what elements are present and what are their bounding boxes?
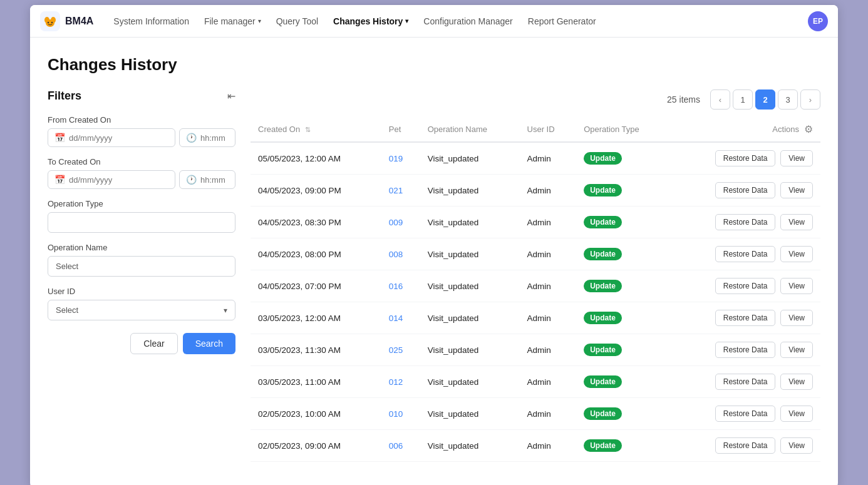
to-date-field[interactable] <box>69 175 168 185</box>
cell-operation-type-8: Update <box>576 398 670 430</box>
restore-button-7[interactable]: Restore Data <box>715 374 776 390</box>
nav-configuration-manager[interactable]: Configuration Manager <box>423 14 512 29</box>
collapse-filters-icon[interactable]: ⇤ <box>227 90 235 102</box>
restore-button-6[interactable]: Restore Data <box>715 342 776 358</box>
table-row: 05/05/2023, 12:00 AM 019 Visit_updated A… <box>251 142 820 175</box>
items-count: 25 items <box>667 94 700 105</box>
view-button-5[interactable]: View <box>780 310 813 326</box>
operation-type-input[interactable] <box>48 212 235 233</box>
pet-link-8[interactable]: 010 <box>389 409 403 419</box>
avatar[interactable]: EP <box>808 11 828 31</box>
to-date-input[interactable]: 📅 <box>48 170 175 189</box>
cell-operation-name-7: Visit_updated <box>420 366 520 398</box>
restore-button-1[interactable]: Restore Data <box>715 182 776 198</box>
from-time-input[interactable]: 🕐 <box>179 128 235 147</box>
cell-user-id-9: Admin <box>520 430 577 462</box>
prev-page-button[interactable]: ‹ <box>710 89 730 110</box>
cell-pet-6: 025 <box>381 334 420 366</box>
app-logo[interactable]: BM4A <box>40 11 93 31</box>
from-time-field[interactable] <box>200 133 229 143</box>
pet-link-4[interactable]: 016 <box>389 282 403 291</box>
clear-button[interactable]: Clear <box>130 333 177 354</box>
restore-button-9[interactable]: Restore Data <box>715 437 776 454</box>
to-time-input[interactable]: 🕐 <box>179 170 235 189</box>
restore-button-0[interactable]: Restore Data <box>715 150 776 166</box>
pet-link-3[interactable]: 008 <box>389 250 403 259</box>
view-button-4[interactable]: View <box>780 278 813 294</box>
table-row: 04/05/2023, 08:30 PM 009 Visit_updated A… <box>251 207 820 238</box>
filters-header: Filters ⇤ <box>48 89 235 103</box>
cell-user-id-0: Admin <box>520 142 577 175</box>
cell-operation-name-4: Visit_updated <box>420 270 520 302</box>
from-date-input[interactable]: 📅 <box>48 128 175 147</box>
cell-actions-9: Restore Data View <box>670 430 820 462</box>
nav-report-generator[interactable]: Report Generator <box>528 14 596 29</box>
next-page-button[interactable]: › <box>800 89 820 110</box>
pet-link-2[interactable]: 009 <box>389 218 403 227</box>
cell-user-id-1: Admin <box>520 175 577 207</box>
cell-operation-type-9: Update <box>576 430 670 462</box>
nav-changes-history[interactable]: Changes History ▾ <box>333 14 408 29</box>
cell-operation-name-2: Visit_updated <box>420 207 520 238</box>
operation-name-select[interactable]: Select <box>48 256 235 277</box>
table-row: 04/05/2023, 08:00 PM 008 Visit_updated A… <box>251 238 820 270</box>
cell-pet-1: 021 <box>381 175 420 207</box>
cell-actions-1: Restore Data View <box>670 175 820 207</box>
cell-pet-7: 012 <box>381 366 420 398</box>
badge-update-7: Update <box>584 375 622 388</box>
from-date-field[interactable] <box>69 133 168 143</box>
pet-link-1[interactable]: 021 <box>389 186 403 195</box>
user-id-chevron-icon: ▾ <box>224 306 227 315</box>
table-body: 05/05/2023, 12:00 AM 019 Visit_updated A… <box>251 142 820 462</box>
table-settings-icon[interactable]: ⚙ <box>804 123 813 135</box>
view-button-8[interactable]: View <box>780 406 813 422</box>
cell-operation-type-7: Update <box>576 366 670 398</box>
nav-system-information[interactable]: System Information <box>113 14 189 29</box>
to-created-on-group: To Created On 📅 🕐 <box>48 157 235 189</box>
cell-operation-type-5: Update <box>576 302 670 334</box>
filters-title: Filters <box>48 89 81 103</box>
cell-operation-type-4: Update <box>576 270 670 302</box>
cell-pet-3: 008 <box>381 238 420 270</box>
pagination: ‹ 1 2 3 › <box>710 89 820 110</box>
view-button-9[interactable]: View <box>780 437 813 454</box>
page-2-button[interactable]: 2 <box>755 89 775 110</box>
user-id-select[interactable]: Select ▾ <box>48 300 235 320</box>
view-button-0[interactable]: View <box>780 150 813 166</box>
page-1-button[interactable]: 1 <box>733 89 753 110</box>
restore-button-2[interactable]: Restore Data <box>715 214 776 230</box>
cell-operation-type-1: Update <box>576 175 670 207</box>
pet-link-9[interactable]: 006 <box>389 441 403 451</box>
main-content: Changes History Filters ⇤ From Created O… <box>30 38 838 485</box>
to-time-field[interactable] <box>200 175 229 185</box>
nav-file-manager[interactable]: File manager ▾ <box>204 14 261 29</box>
cell-pet-9: 006 <box>381 430 420 462</box>
restore-button-8[interactable]: Restore Data <box>715 406 776 422</box>
pet-link-6[interactable]: 025 <box>389 345 403 355</box>
table-row: 03/05/2023, 11:30 AM 025 Visit_updated A… <box>251 334 820 366</box>
table-header-row-el: Created On ⇅ Pet Operation Name User ID … <box>251 117 820 142</box>
page-3-button[interactable]: 3 <box>778 89 798 110</box>
pet-link-0[interactable]: 019 <box>389 154 403 163</box>
restore-button-4[interactable]: Restore Data <box>715 278 776 294</box>
view-button-7[interactable]: View <box>780 374 813 390</box>
restore-button-3[interactable]: Restore Data <box>715 246 776 262</box>
view-button-2[interactable]: View <box>780 214 813 230</box>
cell-user-id-2: Admin <box>520 207 577 238</box>
cell-actions-2: Restore Data View <box>670 207 820 238</box>
cell-operation-type-0: Update <box>576 142 670 175</box>
cell-user-id-8: Admin <box>520 398 577 430</box>
nav-query-tool[interactable]: Query Tool <box>276 14 318 29</box>
content-row: Filters ⇤ From Created On 📅 🕐 <box>48 89 820 462</box>
svg-point-4 <box>48 21 49 23</box>
view-button-6[interactable]: View <box>780 342 813 358</box>
pet-link-5[interactable]: 014 <box>389 314 403 323</box>
pet-link-7[interactable]: 012 <box>389 377 403 387</box>
view-button-1[interactable]: View <box>780 182 813 198</box>
view-button-3[interactable]: View <box>780 246 813 262</box>
search-button[interactable]: Search <box>183 333 235 354</box>
restore-button-5[interactable]: Restore Data <box>715 310 776 326</box>
th-created-on[interactable]: Created On ⇅ <box>251 117 381 142</box>
cell-operation-type-2: Update <box>576 207 670 238</box>
cell-created-on-3: 04/05/2023, 08:00 PM <box>251 238 381 270</box>
